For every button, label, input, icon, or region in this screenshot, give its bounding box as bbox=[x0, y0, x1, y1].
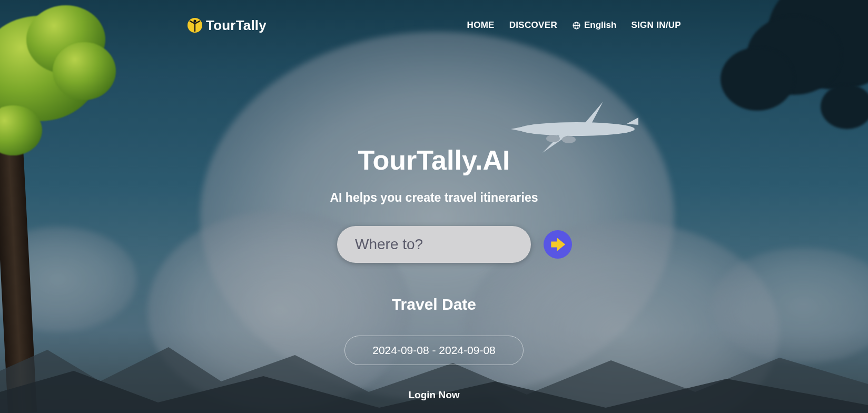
search-submit-button[interactable] bbox=[544, 230, 572, 259]
logo-icon bbox=[187, 17, 203, 33]
svg-point-5 bbox=[546, 135, 560, 142]
nav-discover[interactable]: DISCOVER bbox=[509, 20, 557, 31]
destination-search bbox=[337, 226, 531, 263]
language-label: English bbox=[584, 20, 616, 31]
travel-date-section: Travel Date 2024-09-08 - 2024-09-08 bbox=[0, 296, 868, 365]
svg-marker-1 bbox=[511, 124, 535, 134]
nav-auth[interactable]: SIGN IN/UP bbox=[631, 20, 681, 31]
main-nav: HOME DISCOVER English SIGN IN/UP bbox=[467, 20, 681, 31]
svg-point-6 bbox=[562, 136, 576, 143]
arrow-right-icon bbox=[548, 234, 568, 254]
travel-date-title: Travel Date bbox=[0, 296, 868, 313]
header: TourTally HOME DISCOVER English SIGN IN/… bbox=[0, 0, 868, 40]
hero-title: TourTally.AI bbox=[0, 144, 868, 176]
svg-marker-2 bbox=[627, 117, 638, 125]
logo[interactable]: TourTally bbox=[187, 17, 267, 34]
language-selector[interactable]: English bbox=[572, 20, 616, 31]
logo-text: TourTally bbox=[206, 17, 267, 34]
globe-icon bbox=[572, 21, 581, 30]
nav-home[interactable]: HOME bbox=[467, 20, 495, 31]
hero-subtitle: AI helps you create travel itineraries bbox=[0, 191, 868, 205]
travel-date-picker[interactable]: 2024-09-08 - 2024-09-08 bbox=[344, 336, 524, 365]
hero-section: TourTally.AI AI helps you create travel … bbox=[0, 144, 868, 401]
login-now-link[interactable]: Login Now bbox=[408, 389, 459, 401]
destination-input[interactable] bbox=[355, 236, 544, 253]
svg-marker-15 bbox=[551, 238, 565, 251]
svg-point-11 bbox=[193, 19, 196, 22]
